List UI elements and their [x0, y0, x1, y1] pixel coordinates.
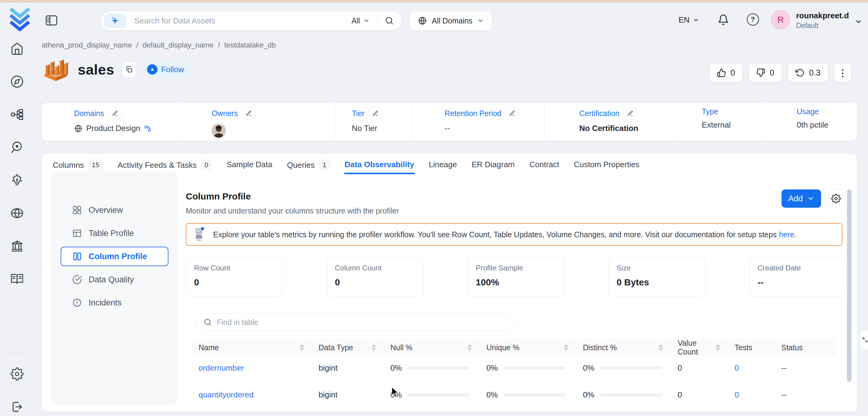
profiler-nav-incidents[interactable]: Incidents [61, 293, 168, 313]
search-icon [204, 318, 212, 326]
search-submit-icon[interactable] [385, 16, 394, 25]
language-dropdown[interactable]: EN [679, 15, 699, 25]
col-header-value-count[interactable]: Value Count [671, 339, 728, 356]
edit-retention-button[interactable] [505, 107, 519, 119]
govern-bank-icon[interactable] [10, 239, 24, 253]
profiler-nav-column-profile[interactable]: Column Profile [61, 247, 168, 266]
profiler-settings-button[interactable] [826, 189, 846, 208]
help-glyph: ? [751, 15, 755, 24]
user-team: Default [796, 22, 849, 30]
column-name-link[interactable]: quantityordered [198, 390, 254, 399]
add-label: Add [788, 194, 803, 203]
stat-row-count: Row Count 0 [186, 256, 283, 296]
unique-pct-cell: 0% [480, 363, 576, 373]
tab-custom-properties[interactable]: Custom Properties [573, 157, 640, 174]
avatar-initial: R [777, 14, 784, 25]
panel-title: Column Profile [186, 191, 399, 202]
profiler-nav-overview[interactable]: Overview [61, 200, 168, 220]
domain-link-icon[interactable] [144, 125, 151, 132]
explore-compass-icon[interactable] [10, 74, 24, 89]
upvote-count: 0 [730, 68, 735, 78]
user-menu-chevron-icon[interactable] [855, 18, 863, 26]
right-panel-expander[interactable] [860, 330, 868, 350]
downvote-button[interactable]: 0 [749, 63, 782, 82]
logout-icon[interactable] [10, 399, 24, 414]
search-scope-dropdown[interactable]: All [351, 17, 370, 25]
help-icon[interactable]: ? [747, 13, 759, 26]
all-domains-button[interactable]: All Domains [410, 11, 492, 30]
meta-domains: Domains Product Design [42, 103, 178, 141]
tier-label: Tier [352, 109, 365, 118]
tab-queries[interactable]: Queries1 [286, 157, 331, 175]
sort-icon[interactable] [716, 344, 720, 351]
ai-sparkle-icon[interactable] [104, 13, 126, 28]
null-pct-cell: 0% [384, 363, 480, 373]
pencil-icon [627, 110, 633, 116]
col-header-null-pct[interactable]: Null % [384, 343, 480, 352]
user-menu[interactable]: rounakpreet.d Default [796, 11, 849, 30]
copy-name-button[interactable] [122, 62, 136, 77]
profiler-nav-data-quality[interactable]: Data Quality [61, 270, 168, 289]
column-name-link[interactable]: ordernumber [198, 363, 244, 373]
domains-value[interactable]: Product Design [86, 124, 141, 133]
user-avatar[interactable]: R [771, 10, 790, 29]
usage-label: Usage [797, 107, 819, 116]
tab-contract[interactable]: Contract [529, 157, 560, 174]
tab-sample-data[interactable]: Sample Data [226, 157, 273, 174]
owner-avatar[interactable] [212, 124, 226, 138]
breadcrumb-item[interactable]: athena_prod_display_name [42, 41, 132, 49]
sort-icon[interactable] [300, 344, 304, 351]
more-options-button[interactable]: ⋮ [834, 63, 851, 82]
status-cell: -- [775, 363, 835, 373]
stat-label: Size [617, 264, 705, 272]
tests-link[interactable]: 0 [735, 363, 739, 373]
upvote-button[interactable]: 0 [709, 63, 743, 82]
pencil-icon [509, 110, 515, 116]
stat-column-count: Column Count 0 [327, 256, 424, 296]
follow-button[interactable]: ★ Follow [144, 62, 191, 77]
notifications-bell-icon[interactable] [717, 14, 729, 26]
breadcrumb-item[interactable]: testdatalake_db [224, 41, 276, 49]
find-in-table-input[interactable] [217, 318, 507, 327]
check-circle-icon [72, 275, 82, 284]
sort-icon[interactable] [564, 344, 568, 351]
version-button[interactable]: 0.3 [788, 63, 828, 82]
tab-er-diagram[interactable]: ER Diagram [471, 157, 515, 174]
banner-docs-link[interactable]: here. [779, 230, 797, 239]
edit-owners-button[interactable] [242, 107, 255, 119]
sort-icon[interactable] [659, 344, 663, 351]
col-header-distinct-pct[interactable]: Distinct % [576, 343, 671, 352]
profile-stats-row: Row Count 0 Column Count 0 Profile Sampl… [186, 256, 846, 296]
col-header-name[interactable]: Name [192, 343, 312, 352]
col-header-data-type[interactable]: Data Type [312, 343, 384, 352]
sort-icon[interactable] [372, 344, 376, 351]
search-input[interactable] [134, 16, 351, 26]
stat-value: -- [757, 277, 846, 287]
stat-label: Row Count [194, 264, 282, 272]
tab-lineage[interactable]: Lineage [428, 157, 458, 174]
breadcrumb-item[interactable]: default_display_name [143, 41, 214, 49]
observability-icon[interactable] [10, 140, 24, 155]
insights-bulb-icon[interactable] [10, 173, 24, 188]
tests-link[interactable]: 0 [735, 390, 739, 399]
glossary-book-icon[interactable] [10, 271, 24, 286]
col-header-unique-pct[interactable]: Unique % [480, 343, 576, 352]
lineage-flow-icon[interactable] [10, 107, 24, 122]
follow-label: Follow [161, 65, 184, 74]
settings-gear-icon[interactable] [10, 367, 24, 381]
unique-pct-bar [503, 393, 566, 396]
profiler-nav-table-profile[interactable]: Table Profile [61, 224, 168, 243]
banner-text: Explore your table's metrics by running … [213, 230, 797, 239]
edit-tier-button[interactable] [369, 107, 382, 119]
sort-icon[interactable] [467, 344, 472, 351]
domains-globe-icon[interactable] [10, 206, 24, 221]
panel-scrollbar[interactable] [847, 189, 851, 382]
meta-owners: Owners [178, 103, 335, 141]
home-icon[interactable] [10, 41, 24, 56]
edit-domains-button[interactable] [108, 107, 122, 119]
tab-data-observability[interactable]: Data Observability [344, 157, 415, 174]
column-name-cell: quantityordered [192, 390, 312, 399]
add-button[interactable]: Add [781, 189, 821, 208]
sidebar-toggle-icon[interactable] [45, 14, 58, 26]
edit-certification-button[interactable] [624, 107, 637, 119]
